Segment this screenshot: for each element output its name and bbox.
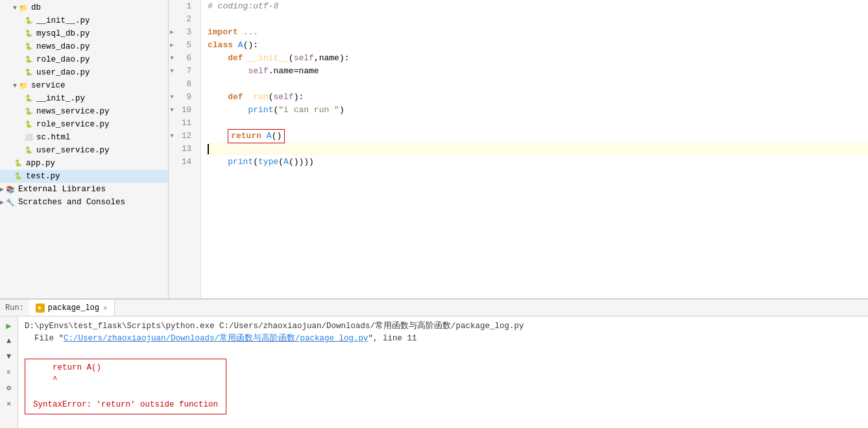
code-text: self — [294, 52, 314, 65]
sidebar-item-mysql-db[interactable]: 🐍 mysql_db.py — [0, 27, 168, 40]
scroll-up-button[interactable]: ▲ — [3, 335, 16, 348]
collapse-icon[interactable]: ▼ — [169, 52, 175, 65]
code-text: .name=name — [269, 65, 319, 78]
collapse-icon[interactable]: ▼ — [169, 91, 175, 104]
sidebar-label: mysql_db.py — [36, 29, 90, 38]
sidebar-item-init-db[interactable]: 🐍 __init__.py — [0, 14, 168, 27]
html-file-icon: ⬜ — [23, 132, 34, 143]
sidebar-label: user_dao.py — [36, 68, 90, 77]
scroll-down-button[interactable]: ▼ — [3, 350, 16, 363]
code-text — [261, 131, 267, 141]
sidebar-label: news_dao.py — [36, 42, 90, 51]
code-lines[interactable]: # coding:utf-8 import ... class A(): def… — [201, 0, 868, 298]
sidebar-item-user-service[interactable]: 🐍 user_service.py — [0, 144, 168, 157]
sidebar: ▼ 📁 db 🐍 __init__.py 🐍 mysql_db.py 🐍 new… — [0, 0, 169, 298]
sidebar-item-ext-libs[interactable]: ▶ 📚 External Libraries — [0, 183, 168, 196]
code-text: __init__ — [248, 52, 288, 65]
code-text: ): — [294, 91, 304, 104]
sidebar-label: role_service.py — [36, 120, 110, 129]
sidebar-item-init-svc[interactable]: 🐍 __init_.py — [0, 92, 168, 105]
bottom-panel: Run: ▶ package_log ✕ ▶ ▲ ▼ ≡ ⚙ ✕ D:\pyEn… — [0, 298, 868, 428]
bottom-content: ▶ ▲ ▼ ≡ ⚙ ✕ D:\pyEnvs\test_flask\Scripts… — [0, 316, 868, 428]
line-num-3: ▶ 3 — [169, 26, 195, 39]
code-text: ) — [339, 104, 344, 117]
code-text: () — [272, 131, 282, 141]
code-text: return — [231, 131, 261, 141]
py-file-icon: 🐍 — [23, 145, 34, 156]
bottom-tab-package-log[interactable]: ▶ package_log ✕ — [29, 300, 115, 316]
code-text: run — [253, 91, 268, 104]
sidebar-label: user_service.py — [36, 146, 110, 155]
code-text — [208, 156, 228, 169]
code-line-14: print(type(A()))) — [208, 156, 868, 169]
close-button[interactable]: ✕ — [3, 397, 16, 410]
code-line-7: self.name=name — [208, 65, 868, 78]
code-text: ( — [269, 91, 274, 104]
code-text: class — [208, 39, 233, 52]
code-text: print — [228, 156, 253, 169]
sidebar-item-db[interactable]: ▼ 📁 db — [0, 1, 168, 14]
line-num-11: 11 — [169, 117, 195, 130]
sidebar-item-role-service[interactable]: 🐍 role_service.py — [0, 118, 168, 131]
collapse-icon[interactable]: ▶ — [169, 26, 175, 39]
run-button[interactable]: ▶ — [3, 319, 16, 332]
code-text: A — [283, 156, 289, 169]
output-blank — [25, 345, 862, 357]
sidebar-label: __init_.py — [36, 94, 85, 103]
code-line-13 — [208, 143, 868, 156]
sidebar-item-sc-html[interactable]: ⬜ sc.html — [0, 131, 168, 144]
code-text — [208, 117, 213, 130]
sidebar-item-app-py[interactable]: 🐍 app.py — [0, 157, 168, 170]
sidebar-item-test-py[interactable]: 🐍 test.py — [0, 170, 168, 183]
line-num-6: ▼ 6 — [169, 52, 195, 65]
line-num-2: 2 — [169, 13, 195, 26]
code-text: self — [248, 65, 268, 78]
sidebar-label: app.py — [26, 159, 55, 168]
wrap-button[interactable]: ≡ — [3, 366, 16, 379]
code-text — [233, 39, 238, 52]
code-text — [208, 65, 248, 78]
code-line-6: def __init__(self,name): — [208, 52, 868, 65]
sidebar-label: __init__.py — [36, 16, 90, 25]
output-blank-2 — [33, 386, 218, 399]
code-text: ,name): — [314, 52, 350, 65]
collapse-icon[interactable]: ▼ — [169, 104, 175, 117]
code-content[interactable]: 1 2 ▶ 3 ▶ 5 ▼ 6 ▼ 7 — [169, 0, 868, 298]
line-num-1: 1 — [169, 0, 195, 13]
line-numbers: 1 2 ▶ 3 ▶ 5 ▼ 6 ▼ 7 — [169, 0, 201, 298]
chevron-down-icon: ▼ — [13, 5, 17, 12]
line-num-10: ▼ 10 — [169, 104, 195, 117]
sidebar-label: External Libraries — [18, 185, 106, 194]
line-num-12: ▼ 12 — [169, 130, 195, 143]
code-text: self — [273, 91, 293, 104]
py-file-icon: 🐍 — [13, 171, 23, 182]
line-num-9: ▼ 9 — [169, 91, 195, 104]
bottom-tabs: Run: ▶ package_log ✕ — [0, 300, 868, 316]
sidebar-item-news-service[interactable]: 🐍 news_service.py — [0, 105, 168, 118]
code-text: # coding:utf-8 — [208, 0, 278, 13]
line-num-7: ▼ 7 — [169, 65, 195, 78]
sidebar-item-service[interactable]: ▼ 📁 service — [0, 79, 168, 92]
cursor — [208, 144, 209, 154]
code-text — [208, 104, 248, 117]
close-tab-icon[interactable]: ✕ — [103, 303, 108, 312]
output-syntax-error: SyntaxError: 'return' outside function — [33, 399, 218, 411]
sidebar-item-news-dao[interactable]: 🐍 news_dao.py — [0, 40, 168, 53]
code-text — [208, 130, 228, 143]
code-line-2 — [208, 13, 868, 26]
collapse-icon[interactable]: ▼ — [169, 130, 175, 143]
sidebar-item-user-dao[interactable]: 🐍 user_dao.py — [0, 66, 168, 79]
sidebar-item-scratches[interactable]: ▶ 🔧 Scratches and Consoles — [0, 196, 168, 209]
file-link[interactable]: C:/Users/zhaoxiaojuan/Downloads/常用函数与高阶函… — [64, 334, 368, 343]
collapse-icon[interactable]: ▶ — [169, 39, 175, 52]
code-text — [208, 78, 213, 91]
code-text: ( — [289, 52, 294, 65]
settings-button[interactable]: ⚙ — [3, 381, 16, 394]
code-text: type — [258, 156, 278, 169]
chevron-down-icon: ▼ — [13, 82, 17, 89]
collapse-icon[interactable]: ▼ — [169, 65, 175, 78]
code-text: ( — [253, 156, 258, 169]
bottom-toolbar: ▶ ▲ ▼ ≡ ⚙ ✕ — [0, 316, 18, 428]
chevron-right-icon: ▶ — [0, 198, 4, 206]
sidebar-item-role-dao[interactable]: 🐍 role_dao.py — [0, 53, 168, 66]
